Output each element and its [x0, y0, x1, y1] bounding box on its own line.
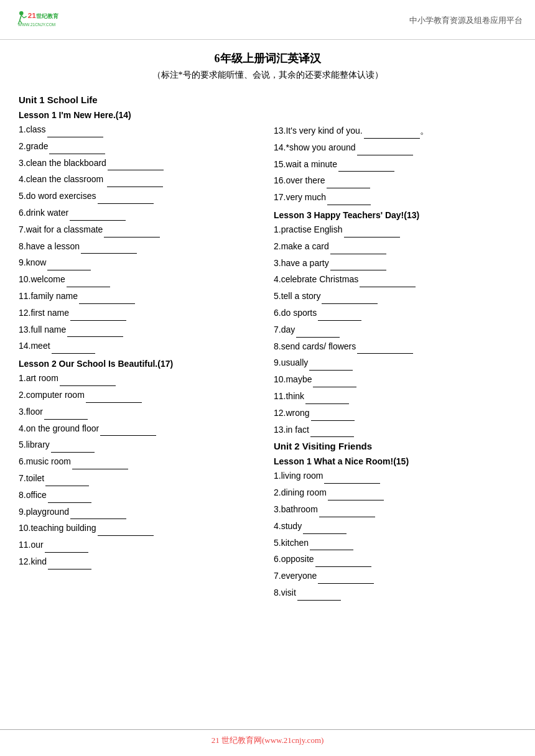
- unit1-title: Unit 1 School Life: [19, 94, 261, 105]
- list-item: 13.in fact: [274, 423, 516, 438]
- list-item: 5.tell a story: [274, 289, 516, 304]
- list-item: 14.*show you around: [274, 141, 516, 155]
- list-item: 3.clean the blackboard: [19, 156, 261, 171]
- right-column: 13.It's very kind of you.。 14.*show you …: [274, 91, 516, 602]
- list-item: 10.maybe: [274, 372, 516, 387]
- list-item: 8.office: [19, 488, 261, 503]
- list-item: 13.full name: [19, 323, 261, 338]
- list-item: 2.dining room: [274, 486, 516, 500]
- list-item: 9.know: [19, 256, 261, 270]
- svg-line-4: [21, 15, 24, 18]
- list-item: 1.living room: [274, 469, 516, 484]
- list-item: 1.art room: [19, 371, 261, 386]
- list-item: 12.first name: [19, 306, 261, 321]
- list-item: 12.wrong: [274, 406, 516, 421]
- list-item: 8.have a lesson: [19, 239, 261, 254]
- list-item: 8.send cards/ flowers: [274, 339, 516, 354]
- list-item: 11.our: [19, 538, 261, 553]
- logo-icon: 21 世纪教育 WWW.21CNJY.COM: [12, 6, 93, 34]
- list-item: 9.playground: [19, 505, 261, 520]
- svg-line-1: [20, 15, 22, 20]
- list-item: 15.wait a minute: [274, 157, 516, 172]
- svg-text:WWW.21CNJY.COM: WWW.21CNJY.COM: [18, 22, 55, 27]
- content-area: Unit 1 School Life Lesson 1 I'm New Here…: [0, 91, 535, 602]
- list-item: 3.have a party: [274, 256, 516, 271]
- list-item: 14.meet: [19, 339, 261, 354]
- footer: 21 世纪教育网(www.21cnjy.com): [0, 729, 535, 750]
- lesson4-title: Lesson 1 What a Nice Room!(15): [274, 456, 516, 466]
- list-item: 4.celebrate Christmas: [274, 272, 516, 287]
- list-item: 8.visit: [274, 586, 516, 601]
- left-column: Unit 1 School Life Lesson 1 I'm New Here…: [19, 91, 261, 602]
- unit2-title: Unit 2 Visiting Friends: [274, 441, 516, 451]
- list-item: 6.music room: [19, 454, 261, 469]
- svg-point-0: [19, 11, 24, 16]
- list-item: 12.kind: [19, 555, 261, 569]
- list-item: 4.on the ground floor: [19, 422, 261, 436]
- list-item: 2.make a card: [274, 239, 516, 254]
- list-item: 5.do word exercises: [19, 189, 261, 204]
- svg-text:世纪教育: 世纪教育: [36, 12, 59, 19]
- list-item: 7.day: [274, 323, 516, 338]
- list-item: 10.welcome: [19, 272, 261, 287]
- list-item: 4.clean the classroom: [19, 172, 261, 187]
- list-item: 7.wait for a classmate: [19, 223, 261, 237]
- list-item: 2.computer room: [19, 388, 261, 403]
- logo-area: 21 世纪教育 WWW.21CNJY.COM: [12, 6, 93, 34]
- list-item: 5.library: [19, 438, 261, 453]
- list-item: 11.family name: [19, 289, 261, 304]
- list-item: 17.very much: [274, 190, 516, 205]
- header-right-text: 中小学教育资源及组卷应用平台: [409, 15, 523, 26]
- list-item: 3.floor: [19, 405, 261, 420]
- list-item: 7.toilet: [19, 471, 261, 486]
- list-item: 3.bathroom: [274, 502, 516, 517]
- list-item: 6.opposite: [274, 552, 516, 567]
- list-item: 9.usually: [274, 356, 516, 371]
- list-item: 4.study: [274, 519, 516, 534]
- list-item: 7.everyone: [274, 569, 516, 584]
- list-item: 11.think: [274, 389, 516, 404]
- subtitle: （标注*号的要求能听懂、会说，其余的还要求能整体认读）: [0, 70, 535, 81]
- list-item: 10.teaching building: [19, 521, 261, 536]
- main-title: 6年级上册词汇英译汉: [0, 51, 535, 66]
- list-item: 6.drink water: [19, 206, 261, 221]
- svg-line-5: [24, 16, 27, 18]
- lesson3-title: Lesson 3 Happy Teachers' Day!(13): [274, 210, 516, 220]
- list-item: 5.kitchen: [274, 536, 516, 551]
- list-item: 6.do sports: [274, 306, 516, 321]
- lesson2-title: Lesson 2 Our School Is Beautiful.(17): [19, 359, 261, 369]
- list-item: 16.over there: [274, 173, 516, 188]
- list-item: 1.class: [19, 122, 261, 137]
- list-item: 1.practise English: [274, 223, 516, 237]
- page-header: 21 世纪教育 WWW.21CNJY.COM 中小学教育资源及组卷应用平台: [0, 0, 535, 40]
- svg-text:21: 21: [28, 11, 37, 19]
- list-item: 13.It's very kind of you.。: [274, 122, 516, 139]
- lesson1-title: Lesson 1 I'm New Here.(14): [19, 110, 261, 120]
- list-item: 2.grade: [19, 139, 261, 154]
